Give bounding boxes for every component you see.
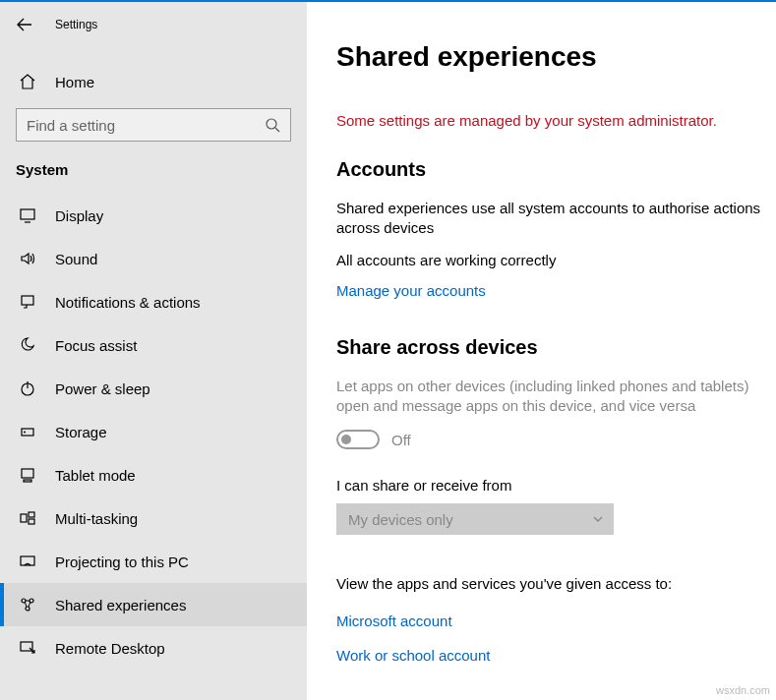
svg-line-1: [275, 128, 279, 132]
share-desc: Let apps on other devices (including lin…: [336, 377, 762, 417]
home-nav[interactable]: Home: [0, 61, 307, 102]
home-label: Home: [55, 74, 94, 90]
sidebar-item-label: Focus assist: [55, 337, 137, 354]
sidebar-item-sound[interactable]: Sound: [0, 237, 307, 280]
sidebar-item-tablet-mode[interactable]: Tablet mode: [0, 453, 307, 496]
section-share-heading: Share across devices: [336, 336, 762, 359]
sidebar: Settings Home System Display Sound Notif…: [0, 2, 307, 700]
toggle-knob: [341, 435, 351, 444]
chevron-down-icon: [592, 513, 604, 525]
arrow-left-icon: [16, 16, 33, 33]
sidebar-item-label: Sound: [55, 251, 97, 267]
receive-dropdown[interactable]: My devices only: [336, 503, 614, 535]
category-heading: System: [0, 151, 307, 194]
notifications-icon: [18, 293, 37, 311]
admin-warning: Some settings are managed by your system…: [336, 112, 762, 129]
sidebar-item-label: Remote Desktop: [55, 640, 165, 657]
share-toggle[interactable]: [336, 430, 380, 449]
sidebar-item-power[interactable]: Power & sleep: [0, 367, 307, 410]
work-school-account-link[interactable]: Work or school account: [336, 647, 490, 664]
storage-icon: [18, 423, 37, 440]
receive-label: I can share or receive from: [336, 477, 762, 494]
sidebar-item-multitasking[interactable]: Multi-tasking: [0, 496, 307, 540]
projecting-icon: [18, 553, 37, 570]
sidebar-item-label: Power & sleep: [55, 380, 150, 397]
tablet-icon: [18, 466, 37, 484]
display-icon: [18, 206, 37, 224]
toggle-state-label: Off: [391, 432, 411, 448]
microsoft-account-link[interactable]: Microsoft account: [336, 612, 762, 629]
sidebar-item-remote-desktop[interactable]: Remote Desktop: [0, 626, 307, 670]
sidebar-item-shared-experiences[interactable]: Shared experiences: [0, 583, 307, 626]
svg-rect-12: [29, 512, 34, 517]
svg-rect-9: [22, 469, 33, 478]
sidebar-item-label: Projecting to this PC: [55, 554, 189, 570]
sound-icon: [18, 250, 37, 267]
multitask-icon: [18, 509, 37, 527]
svg-rect-11: [21, 514, 27, 522]
sidebar-item-storage[interactable]: Storage: [0, 410, 307, 453]
search-box[interactable]: [16, 108, 291, 142]
section-accounts-heading: Accounts: [336, 158, 762, 181]
home-icon: [18, 73, 37, 90]
watermark: wsxdn.com: [716, 684, 770, 696]
search-icon: [265, 117, 280, 133]
access-label: View the apps and services you've given …: [336, 574, 762, 594]
focus-assist-icon: [18, 336, 37, 354]
accounts-desc: Shared experiences use all system accoun…: [336, 199, 762, 239]
app-title: Settings: [55, 18, 97, 31]
sidebar-item-projecting[interactable]: Projecting to this PC: [0, 540, 307, 583]
svg-point-0: [267, 119, 276, 129]
back-button[interactable]: [14, 14, 35, 35]
sidebar-item-label: Storage: [55, 424, 107, 440]
dropdown-value: My devices only: [348, 511, 453, 528]
sidebar-item-focus-assist[interactable]: Focus assist: [0, 323, 307, 367]
svg-point-8: [24, 432, 26, 434]
manage-accounts-link[interactable]: Manage your accounts: [336, 282, 486, 299]
sidebar-item-notifications[interactable]: Notifications & actions: [0, 280, 307, 323]
svg-point-17: [26, 607, 30, 611]
sidebar-item-display[interactable]: Display: [0, 194, 307, 237]
svg-rect-10: [24, 480, 31, 482]
svg-rect-4: [22, 296, 33, 305]
sidebar-item-label: Display: [55, 207, 103, 224]
search-input[interactable]: [27, 117, 263, 134]
sidebar-item-label: Tablet mode: [55, 467, 136, 484]
svg-rect-2: [21, 209, 34, 219]
svg-rect-13: [29, 519, 34, 524]
sidebar-item-label: Shared experiences: [55, 597, 186, 613]
page-title: Shared experiences: [336, 41, 762, 73]
sidebar-item-label: Notifications & actions: [55, 294, 201, 311]
accounts-status: All accounts are working correctly: [336, 251, 762, 270]
sidebar-item-label: Multi-tasking: [55, 510, 138, 527]
main-panel: Shared experiences Some settings are man…: [307, 2, 776, 700]
shared-icon: [18, 596, 37, 613]
power-icon: [18, 379, 37, 397]
svg-rect-7: [22, 429, 33, 436]
remote-desktop-icon: [18, 639, 37, 657]
